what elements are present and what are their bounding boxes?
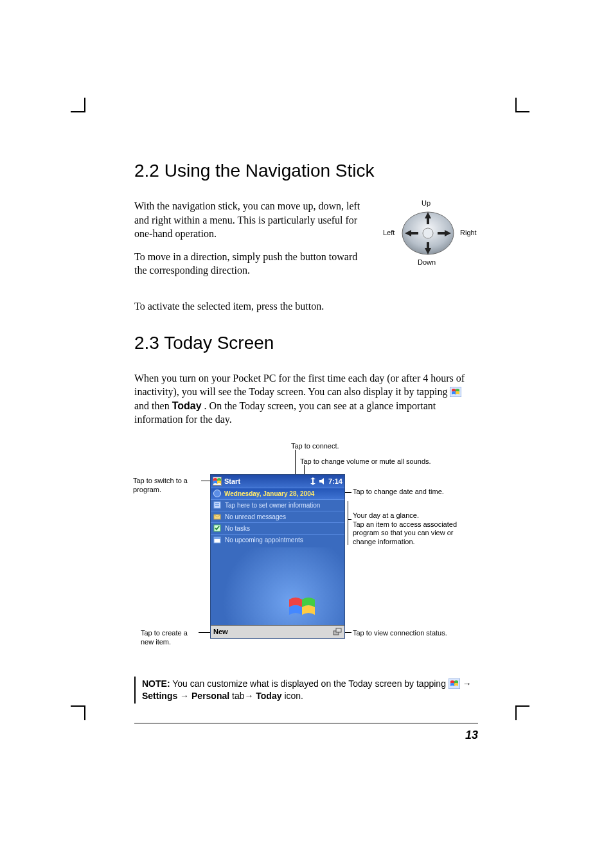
crop-mark [71,705,85,707]
crop-mark [84,705,85,720]
svg-rect-7 [411,232,418,235]
titlebar-title: Start [224,477,306,485]
svg-rect-9 [438,232,445,235]
callout-glance-l2: Tap an item to access associated [353,520,481,529]
crop-mark [71,111,85,112]
clock-icon [213,490,221,497]
callout-glance-l1: Your day at a glance. [353,511,481,520]
tasks-icon [213,524,221,532]
today-text-a: When you turn on your Pocket PC for the … [134,373,465,398]
crop-mark [515,705,529,707]
callout-conn-status: Tap to view connection status. [353,629,447,638]
page-number: 13 [134,729,478,742]
today-text-b: and then [134,400,172,411]
today-word: Today [172,400,202,411]
note-icon-word: icon. [282,691,303,701]
today-date: Wednesday, January 28, 2004 [224,490,314,497]
today-paragraph: When you turn on your Pocket PC for the … [134,371,478,427]
section-heading-today: 2.3 Today Screen [134,333,478,353]
section-heading-nav: 2.2 Using the Navigation Stick [134,161,478,181]
note-text-a: You can customize what is displayed on t… [170,678,449,689]
calendar-icon [213,536,221,544]
start-flag-icon [450,387,461,397]
callout-connect: Tap to connect. [291,442,339,451]
today-screen-screenshot: Start 7:14 Wednesday, January 28, 2004 [210,474,345,639]
row-owner: Tap here to set owner information [225,502,320,509]
connection-status-icon [333,627,342,636]
nav-paragraph-3: To activate the selected item, press the… [134,299,478,314]
row-messages: No unread messages [225,513,286,520]
crop-mark [515,705,517,720]
note-block: NOTE: You can customize what is displaye… [134,677,478,704]
new-button-label: New [213,628,228,635]
nav-paragraph-1: With the navigation stick, you can move … [134,199,370,241]
svg-rect-19 [214,537,220,539]
note-label: NOTE: [142,678,170,689]
note-personal: Personal [191,691,229,701]
owner-icon [213,501,221,509]
navigation-stick-diagram: Up Down Left Right [382,199,478,267]
svg-rect-3 [427,218,429,224]
connectivity-icon [309,477,317,485]
svg-rect-21 [336,628,341,632]
callout-date-time: Tap to change date and time. [353,488,444,497]
navigation-stick-icon [398,208,458,258]
titlebar-time: 7:14 [328,477,342,485]
svg-point-1 [423,228,433,238]
note-arrow-2: → [177,691,191,701]
footer-rule [134,723,478,723]
callout-switch-program-l2: program. [133,486,204,495]
messages-icon [213,513,221,520]
note-settings: Settings [142,691,177,701]
note-arrow-3: → [244,691,256,701]
start-flag-icon [213,477,222,486]
nav-up-label: Up [422,199,431,207]
nav-left-label: Left [383,229,395,236]
nav-down-label: Down [418,258,436,266]
note-arrow-1: → [460,678,472,689]
speaker-icon [319,477,326,485]
row-tasks: No tasks [225,525,250,532]
svg-marker-12 [319,478,324,484]
nav-right-label: Right [460,229,477,236]
callout-glance-l4: change information. [353,538,481,547]
callout-new-item-l2: new item. [141,638,205,647]
callout-volume: Tap to change volume or mute all sounds. [300,457,474,466]
row-appointments: No upcoming appointments [225,536,303,544]
nav-paragraph-2: To move in a direction, simply push the … [134,250,370,278]
svg-rect-15 [215,505,219,506]
windows-logo-icon [289,596,315,619]
crop-mark [515,111,529,112]
crop-mark [515,98,517,112]
crop-mark [84,98,85,112]
svg-rect-5 [427,242,429,249]
callout-switch-program-l1: Tap to switch to a [133,477,204,486]
callout-glance-l3: program so that you can view or [353,529,481,538]
note-today: Today [256,691,281,701]
callout-new-item-l1: Tap to create a [141,629,205,638]
start-flag-icon [449,678,460,689]
svg-rect-14 [215,503,219,504]
